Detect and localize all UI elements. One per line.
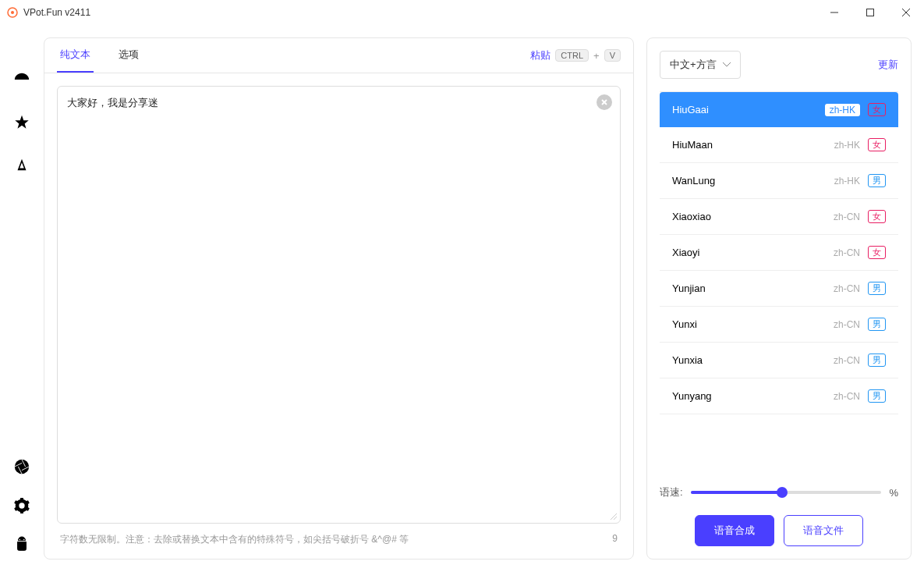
voice-gender: 女 [868, 138, 886, 151]
paste-hint[interactable]: 粘贴 CTRL + V [530, 48, 621, 62]
tab-plain-text[interactable]: 纯文本 [57, 38, 94, 73]
synthesize-button[interactable]: 语音合成 [695, 515, 774, 546]
kbd-plus: + [593, 50, 600, 62]
umbrella-icon[interactable] [13, 72, 30, 89]
tab-options[interactable]: 选项 [115, 38, 142, 73]
voice-list[interactable]: HiuGaaizh-HK女HiuMaanzh-HK女WanLungzh-HK男X… [660, 91, 898, 473]
voice-locale: zh-CN [834, 283, 860, 294]
text-input[interactable]: 大家好，我是分享迷 [57, 86, 621, 524]
voice-name: HiuGaai [672, 104, 709, 115]
close-icon [600, 98, 608, 106]
minimize-button[interactable] [816, 0, 852, 25]
language-value: 中文+方言 [670, 58, 717, 72]
voice-meta: zh-HK女 [825, 103, 886, 116]
voice-item[interactable]: Yunjianzh-CN男 [660, 271, 898, 307]
voice-meta: zh-CN男 [834, 389, 886, 403]
char-count: 9 [612, 533, 618, 546]
voice-meta: zh-CN男 [834, 354, 886, 367]
voice-locale: zh-CN [834, 319, 860, 330]
speed-unit: % [889, 487, 898, 499]
app-body: 纯文本 选项 粘贴 CTRL + V 大家好，我是分享迷 [0, 25, 924, 572]
svg-point-6 [15, 460, 29, 474]
voice-item[interactable]: Yunyangzh-CN男 [660, 378, 898, 414]
window-controls [816, 0, 924, 25]
paste-label: 粘贴 [530, 48, 551, 62]
voice-locale: zh-CN [834, 247, 860, 258]
voice-meta: zh-CN男 [834, 282, 886, 295]
voice-meta: zh-CN女 [834, 246, 886, 259]
app-title: VPot.Fun v2411 [23, 7, 90, 18]
voice-locale: zh-CN [834, 355, 860, 366]
update-link[interactable]: 更新 [878, 58, 898, 72]
close-button[interactable] [888, 0, 924, 25]
svg-rect-3 [867, 9, 874, 16]
action-row: 语音合成 语音文件 [660, 512, 898, 546]
voice-meta: zh-CN男 [834, 318, 886, 331]
voice-locale: zh-HK [825, 104, 860, 116]
voice-name: Yunjian [672, 282, 706, 294]
voice-gender: 男 [868, 389, 886, 403]
voice-name: HiuMaan [672, 139, 713, 151]
speed-label: 语速: [660, 485, 683, 499]
voice-item[interactable]: Xiaoxiaozh-CN女 [660, 199, 898, 235]
voice-name: Xiaoyi [672, 247, 699, 258]
slider-thumb[interactable] [777, 487, 788, 498]
slider-fill [691, 491, 783, 494]
voice-name: Yunyang [672, 390, 712, 402]
gear-icon[interactable] [13, 497, 30, 514]
sidebar [0, 25, 44, 572]
speed-slider[interactable] [691, 491, 882, 494]
voice-meta: zh-CN女 [834, 210, 886, 223]
voice-gender: 男 [868, 282, 886, 295]
tabs-row: 纯文本 选项 粘贴 CTRL + V [44, 38, 633, 73]
voice-locale: zh-CN [834, 391, 860, 402]
clear-text-button[interactable] [597, 94, 612, 110]
kbd-ctrl: CTRL [555, 49, 589, 62]
aperture-icon[interactable] [13, 458, 30, 475]
voice-locale: zh-HK [834, 140, 860, 151]
voice-gender: 男 [868, 354, 886, 367]
svg-point-7 [19, 539, 20, 540]
voice-item[interactable]: Yunxiazh-CN男 [660, 343, 898, 378]
voice-item[interactable]: HiuMaanzh-HK女 [660, 127, 898, 163]
textarea-wrap: 大家好，我是分享迷 字符数无限制。注意：去除或替换文本中含有的特殊符号，如尖括号… [44, 73, 633, 559]
app-logo-icon [6, 6, 19, 19]
voice-gender: 女 [868, 210, 886, 223]
voice-meta: zh-HK男 [834, 174, 886, 187]
azure-icon[interactable] [13, 156, 30, 173]
text-panel: 纯文本 选项 粘贴 CTRL + V 大家好，我是分享迷 [44, 37, 634, 560]
titlebar-left: VPot.Fun v2411 [6, 6, 90, 19]
android-icon[interactable] [13, 536, 30, 553]
maximize-button[interactable] [852, 0, 888, 25]
svg-point-1 [11, 11, 14, 14]
voice-panel-header: 中文+方言 更新 [660, 51, 898, 79]
tabs: 纯文本 选项 [57, 38, 142, 73]
speed-row: 语速: % [660, 473, 898, 512]
voice-gender: 女 [868, 103, 886, 116]
voice-locale: zh-HK [834, 176, 860, 187]
chevron-down-icon [723, 62, 731, 67]
voice-meta: zh-HK女 [834, 138, 886, 151]
voice-name: Yunxi [672, 318, 697, 330]
star-icon[interactable] [13, 114, 30, 131]
voice-panel: 中文+方言 更新 HiuGaaizh-HK女HiuMaanzh-HK女WanLu… [646, 37, 912, 560]
svg-line-11 [611, 513, 617, 520]
voice-locale: zh-CN [834, 211, 860, 222]
language-select[interactable]: 中文+方言 [660, 51, 741, 79]
content: 纯文本 选项 粘贴 CTRL + V 大家好，我是分享迷 [44, 25, 924, 572]
voice-item[interactable]: Yunxizh-CN男 [660, 307, 898, 343]
voice-file-button[interactable]: 语音文件 [784, 515, 863, 546]
voice-item[interactable]: WanLungzh-HK男 [660, 163, 898, 199]
voice-name: WanLung [672, 175, 715, 187]
voice-item[interactable]: Xiaoyizh-CN女 [660, 235, 898, 271]
voice-item[interactable]: HiuGaaizh-HK女 [660, 92, 898, 127]
hint-text: 字符数无限制。注意：去除或替换文本中含有的特殊符号，如尖括号破折号 &^@# 等 [60, 533, 409, 546]
voice-name: Yunxia [672, 354, 703, 366]
voice-gender: 女 [868, 246, 886, 259]
titlebar: VPot.Fun v2411 [0, 0, 924, 25]
resize-handle-icon[interactable] [609, 512, 617, 520]
text-value: 大家好，我是分享迷 [67, 96, 589, 110]
svg-line-12 [614, 517, 617, 520]
svg-point-8 [23, 539, 24, 540]
hint-row: 字符数无限制。注意：去除或替换文本中含有的特殊符号，如尖括号破折号 &^@# 等… [57, 524, 621, 546]
